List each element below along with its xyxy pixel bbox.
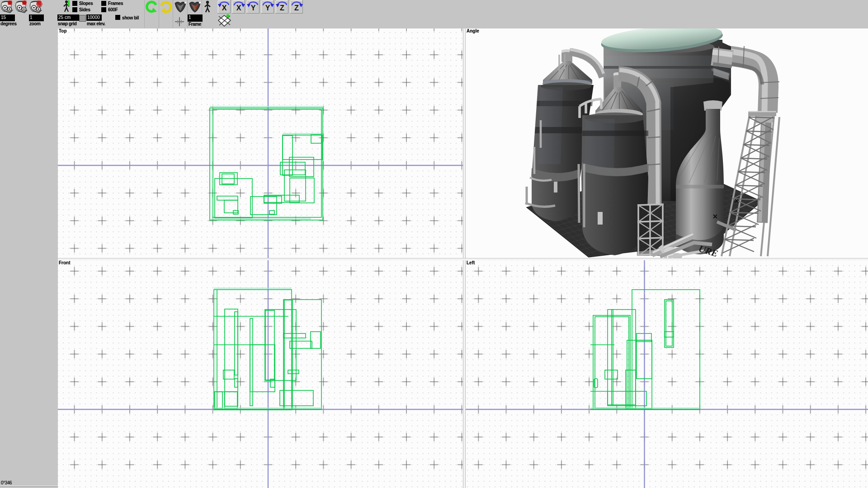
svg-text:X: X: [222, 4, 227, 12]
svg-text:X: X: [236, 4, 241, 12]
svg-text:Y: Y: [265, 4, 270, 12]
svg-text:Z: Z: [294, 4, 299, 12]
svg-text:Z: Z: [280, 4, 284, 12]
svg-text:Y: Y: [251, 4, 256, 12]
